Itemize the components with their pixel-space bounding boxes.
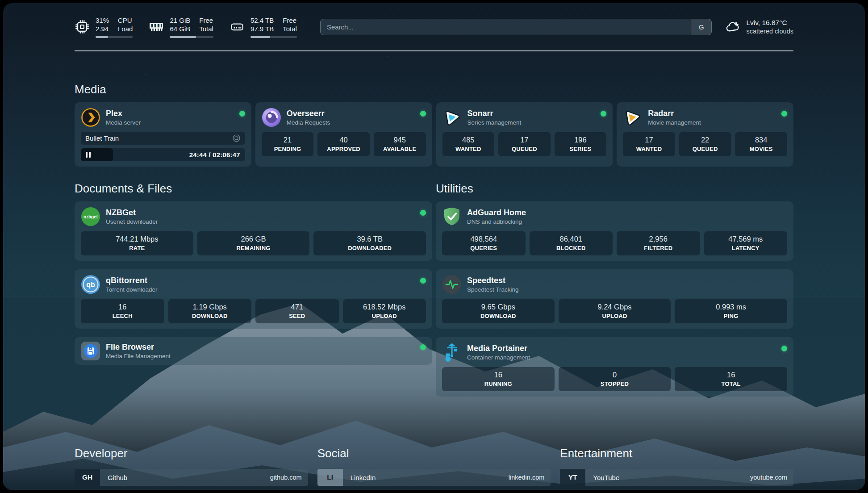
app-name: Radarr [648,109,701,118]
section-documents: Documents & Files nzbget NZBGet Usenet d… [75,182,432,397]
bookmark-url: youtube.com [750,474,787,481]
app-name: NZBGet [106,208,158,217]
stat-tile: 618.52 MbpsUPLOAD [343,299,426,323]
app-card-nzbget[interactable]: nzbget NZBGet Usenet downloader 744.21 M… [75,201,432,261]
plex-icon [81,108,100,127]
search-bar: G [320,19,712,35]
disk-progress-bar [250,36,297,38]
app-card-sonarr[interactable]: Sonarr Series management 485WANTED 17QUE… [436,102,613,167]
section-social: Social LI LinkedIn linkedin.com TW Twitt… [317,447,551,490]
stat-tile: 266 GBREMAINING [197,231,310,255]
cpu-usage: 31% [96,16,109,25]
bookmark-abbr: YT [560,469,585,486]
playback-time: 24:44 / 02:06:47 [189,151,240,159]
cpu-label-1: CPU [118,16,133,25]
app-card-filebrowser[interactable]: File Browser Media File Management [75,337,432,365]
app-name: qBittorrent [106,276,158,285]
radarr-icon [623,108,643,127]
ram-label-1: Free [199,16,213,25]
app-desc: Media server [106,119,141,126]
ram-total: 64 GiB [170,25,190,33]
dashboard-window: 31%2.94 CPULoad 21 GiB64 GiB [3,3,865,490]
playback-progress-bar[interactable]: 24:44 / 02:06:47 [81,148,245,161]
app-name: Overseerr [287,109,330,118]
stat-tile: 0STOPPED [559,367,671,391]
utilities-section-title: Utilities [436,182,793,196]
ram-progress-bar [170,36,213,38]
app-desc: Media File Management [106,353,171,359]
status-online-dot [781,346,787,351]
stat-tile: 945AVAILABLE [374,132,426,156]
app-name: Sonarr [467,109,522,118]
bookmark-abbr: GH [75,469,100,486]
app-desc: Usenet downloader [106,218,158,225]
app-card-plex[interactable]: Plex Media server Bullet Train [75,102,251,167]
stat-tile: 471SEED [255,299,339,323]
speedtest-icon [442,275,462,294]
bookmark-github[interactable]: GH Github github.com [75,469,308,486]
stat-tile: 16TOTAL [675,367,787,391]
app-card-adguard[interactable]: AdGuard Home DNS and adblocking 498,564Q… [436,201,793,261]
cpu-load-value: 2.94 [96,25,109,33]
app-card-overseerr[interactable]: Overseerr Media Requests 21PENDING 40APP… [255,102,432,167]
app-name: Plex [106,109,141,118]
cpu-icon [75,19,90,34]
stat-tile: 1.19 GbpsDOWNLOAD [168,299,252,323]
top-bar: 31%2.94 CPULoad 21 GiB64 GiB [75,3,793,51]
stat-tile: 16LEECH [81,299,164,323]
bookmark-name: LinkedIn [351,474,376,481]
portainer-icon [442,343,462,362]
sonarr-icon [442,108,462,127]
stat-tile: 9.24 GbpsUPLOAD [559,299,671,323]
section-media: Media Plex Media server Bullet [75,83,793,167]
app-desc: DNS and adblocking [467,218,526,225]
nzbget-icon: nzbget [81,207,100,226]
svg-text:qb: qb [86,281,95,288]
app-card-portainer[interactable]: Media Portainer Container management 16R… [436,337,793,397]
svg-text:nzbget: nzbget [83,214,98,219]
app-desc: Media Requests [287,119,330,126]
stat-tile: 2,956FILTERED [617,231,700,255]
search-engine-button[interactable]: G [691,19,711,35]
stat-tile: 86,401BLOCKED [530,231,613,255]
stat-tile: 744.21 MbpsRATE [81,231,193,255]
app-card-speedtest[interactable]: Speedtest Speedtest Tracking 9.65 GbpsDO… [436,269,793,329]
app-name: File Browser [106,343,171,352]
section-utilities: Utilities AdGuard Home DNS and adblock [436,182,793,397]
search-input[interactable] [321,19,691,35]
now-playing-row: Bullet Train [81,132,245,145]
app-card-qbittorrent[interactable]: qb qBittorrent Torrent downloader 16LEEC… [75,269,432,329]
stat-tile: 498,564QUERIES [442,231,526,255]
weather-widget: Lviv, 16.87°C scattered clouds [725,17,793,37]
ram-label-2: Total [199,25,213,33]
status-online-dot [420,111,426,117]
disk-free: 52.4 TB [250,16,274,25]
weather-location-temp: Lviv, 16.87°C [746,19,793,27]
bookmark-name: Github [108,474,127,481]
overseerr-icon [262,108,281,127]
media-section-title: Media [75,83,793,96]
stat-tile: 39.6 TBDOWNLOADED [313,231,426,255]
section-developer: Developer GH Github github.com SO StackO… [75,447,308,490]
stat-tile: 834MOVIES [735,132,787,156]
stat-tile: 40APPROVED [317,132,370,156]
disk-label-2: Total [283,25,297,33]
app-desc: Series management [467,119,522,126]
app-desc: Speedtest Tracking [467,286,519,293]
stat-tile: 47.569 msLATENCY [704,231,788,255]
pause-icon[interactable] [86,152,91,158]
bookmark-abbr: LI [317,469,343,486]
app-card-radarr[interactable]: Radarr Movie management 17WANTED 22QUEUE… [617,102,793,167]
filebrowser-icon [81,341,100,361]
stat-tile: 485WANTED [442,132,495,156]
stat-tile: 22QUEUED [679,132,731,156]
bookmark-youtube[interactable]: YT YouTube youtube.com [560,469,793,486]
stat-tile: 17WANTED [623,132,675,156]
cpu-label-2: Load [118,25,133,33]
stat-tile: 17QUEUED [498,132,551,156]
disk-icon [230,19,245,34]
bookmark-linkedin[interactable]: LI LinkedIn linkedin.com [317,469,551,486]
stat-tile: 9.65 GbpsDOWNLOAD [442,299,555,323]
stat-tile: 16RUNNING [442,367,555,391]
ram-icon [149,19,164,34]
